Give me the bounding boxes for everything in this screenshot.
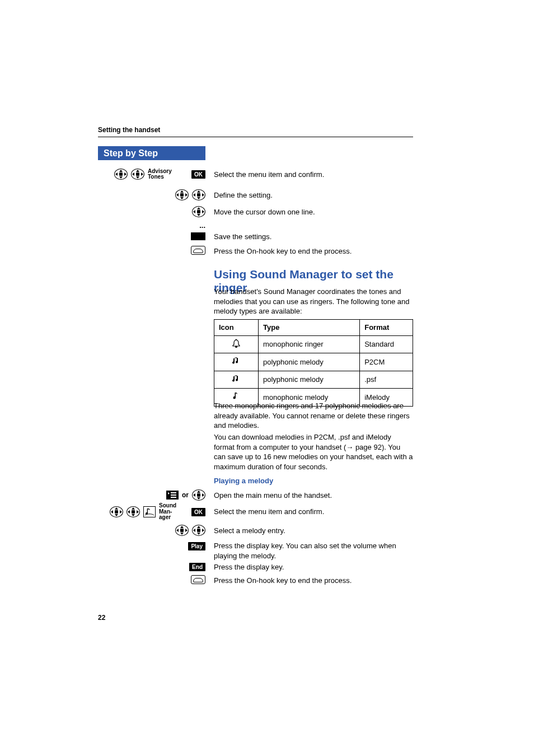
on-hook-key-icon xyxy=(191,575,205,584)
page-number: 22 xyxy=(98,614,105,622)
table-row: polyphonic melody .psf xyxy=(214,371,413,389)
nav-key-icon xyxy=(192,189,205,200)
nav-key-icon xyxy=(114,169,128,180)
advisory-desc: Select the menu item and confirm. xyxy=(214,170,413,180)
nav-key-icon xyxy=(131,169,144,180)
define-desc: Define the setting. xyxy=(214,190,413,200)
double-note-icon xyxy=(214,353,259,371)
step-by-step-header: Step by Step xyxy=(98,146,205,160)
header-rule xyxy=(98,137,413,137)
ellipsis: ... xyxy=(199,221,205,230)
play-desc: Press the display key. You can also set … xyxy=(214,541,413,561)
advisory-tones-label: Advisory Tones xyxy=(148,169,188,180)
after-table-p1: Three monophonic ringers and 17 polyphon… xyxy=(214,401,413,431)
nav-key-icon xyxy=(175,189,189,200)
tone-type-table: Icon Type Format monophonic ringer Stand… xyxy=(214,319,413,407)
nav-key-icon xyxy=(110,506,123,517)
bell-icon xyxy=(214,335,259,353)
ok-softkey: OK xyxy=(191,170,205,179)
table-header-row: Icon Type Format xyxy=(214,320,413,336)
nav-key-icon xyxy=(192,206,205,217)
cell-type: polyphonic melody xyxy=(259,371,360,389)
playing-heading: Playing a melody xyxy=(214,476,413,486)
onhook1-desc: Press the On-hook key to end the process… xyxy=(214,246,413,256)
end-softkey: End xyxy=(189,563,205,571)
open-desc: Open the main menu of the handset. xyxy=(214,491,413,501)
sound-manager-icon xyxy=(143,506,156,517)
th-format: Format xyxy=(360,320,413,336)
table-row: monophonic ringer Standard xyxy=(214,335,413,353)
th-icon: Icon xyxy=(214,320,259,336)
running-head: Setting the handset xyxy=(98,126,160,134)
save-desc: Save the settings. xyxy=(214,232,413,242)
cell-format: Standard xyxy=(360,335,413,353)
cell-type: monophonic ringer xyxy=(259,335,360,353)
double-note-icon xyxy=(214,371,259,389)
ok-softkey: OK xyxy=(191,508,205,516)
select-desc: Select a melody entry. xyxy=(214,526,413,536)
th-type: Type xyxy=(259,320,360,336)
table-row: polyphonic melody P2CM xyxy=(214,353,413,371)
nav-key-icon xyxy=(192,489,205,501)
play-softkey: Play xyxy=(188,542,205,550)
after-table-p2: You can download melodies in P2CM, .psf … xyxy=(214,432,413,472)
section-intro: Your handset's Sound Manager coordinates… xyxy=(214,287,413,316)
on-hook-key-icon xyxy=(191,246,205,255)
display-key-blank xyxy=(191,232,205,240)
nav-key-icon xyxy=(175,525,189,536)
nav-key-icon xyxy=(127,506,140,517)
nav-key-icon xyxy=(192,525,205,536)
sound-manager-label: Sound Man- ager xyxy=(159,503,188,521)
end-desc: Press the display key. xyxy=(214,562,413,572)
sound-desc: Select the menu item and confirm. xyxy=(214,507,413,517)
menu-key-icon xyxy=(166,491,179,500)
cell-type: polyphonic melody xyxy=(259,353,360,371)
or-text: or xyxy=(182,491,189,499)
onhook2-desc: Press the On-hook key to end the process… xyxy=(214,576,413,586)
cell-format: .psf xyxy=(360,371,413,389)
cell-format: P2CM xyxy=(360,353,413,371)
move-desc: Move the cursor down one line. xyxy=(214,207,413,217)
